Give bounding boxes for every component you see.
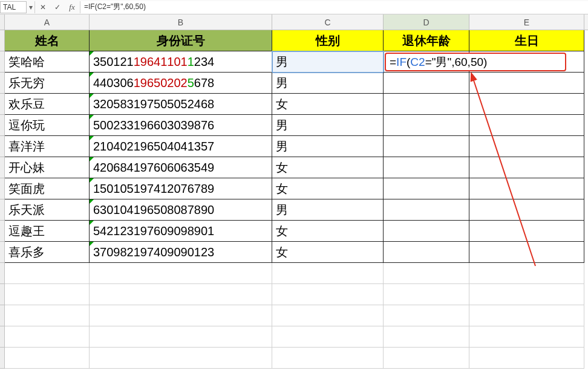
cell[interactable] — [272, 263, 384, 284]
row-header[interactable] — [0, 178, 5, 199]
cell[interactable] — [272, 284, 384, 305]
cell-name[interactable]: 乐天派 — [5, 199, 90, 221]
cell[interactable] — [469, 284, 584, 305]
cell-E1[interactable]: 生日 — [469, 30, 584, 51]
cell[interactable] — [5, 305, 90, 326]
cell[interactable] — [5, 326, 90, 348]
cell-e[interactable] — [469, 94, 584, 115]
cell[interactable] — [384, 348, 469, 369]
cell-id[interactable]: 370982197409090123 — [90, 242, 272, 263]
cell-B2[interactable]: 350121196411011234 — [90, 51, 272, 73]
cell-d[interactable] — [384, 157, 469, 178]
row-header[interactable] — [0, 115, 5, 136]
formula-input[interactable]: =IF(C2="男",60,50) — [80, 1, 588, 13]
cell-sex[interactable]: 男 — [272, 115, 384, 136]
cell-D2[interactable] — [384, 51, 469, 73]
cell[interactable] — [90, 326, 272, 348]
select-all-corner[interactable] — [0, 15, 5, 30]
cell-D3[interactable] — [384, 73, 469, 94]
cell[interactable] — [90, 305, 272, 326]
cell[interactable] — [469, 305, 584, 326]
cell-id[interactable]: 320583197505052468 — [90, 94, 272, 115]
cell[interactable] — [384, 263, 469, 284]
cell-sex[interactable]: 女 — [272, 94, 384, 115]
cell-C1[interactable]: 性别 — [272, 30, 384, 51]
col-header-B[interactable]: B — [90, 15, 272, 30]
row-header[interactable] — [0, 136, 5, 157]
cell-E2[interactable] — [469, 51, 584, 73]
cell-id[interactable]: 150105197412076789 — [90, 178, 272, 199]
cell-sex[interactable]: 男 — [272, 199, 384, 221]
row-header[interactable] — [0, 94, 5, 115]
row-header[interactable] — [0, 348, 5, 369]
cell-d[interactable] — [384, 178, 469, 199]
cell-id[interactable]: 630104196508087890 — [90, 199, 272, 221]
cancel-button[interactable]: ✕ — [38, 2, 48, 13]
col-header-D[interactable]: D — [384, 15, 469, 30]
col-header-C[interactable]: C — [272, 15, 384, 30]
cell[interactable] — [272, 305, 384, 326]
accept-button[interactable]: ✓ — [52, 2, 63, 13]
cell[interactable] — [90, 284, 272, 305]
cell-E3[interactable] — [469, 73, 584, 94]
cell-name[interactable]: 喜洋洋 — [5, 136, 90, 157]
cell[interactable] — [90, 348, 272, 369]
cell-name[interactable]: 开心妹 — [5, 157, 90, 178]
cell-B3[interactable]: 440306196502025678 — [90, 73, 272, 94]
cell-name[interactable]: 逗趣王 — [5, 221, 90, 242]
cell-id[interactable]: 210402196504041357 — [90, 136, 272, 157]
cell[interactable] — [272, 348, 384, 369]
fx-button[interactable]: fx — [67, 2, 77, 13]
cell-d[interactable] — [384, 136, 469, 157]
col-header-A[interactable]: A — [5, 15, 90, 30]
cell[interactable] — [384, 326, 469, 348]
cell-e[interactable] — [469, 157, 584, 178]
cell-name[interactable]: 笑面虎 — [5, 178, 90, 199]
cell-B1[interactable]: 身份证号 — [90, 30, 272, 51]
row-header[interactable] — [0, 263, 5, 284]
cell-name[interactable]: 喜乐多 — [5, 242, 90, 263]
cell-A2[interactable]: 笑哈哈 — [5, 51, 90, 73]
cell-name[interactable]: 欢乐豆 — [5, 94, 90, 115]
cell-d[interactable] — [384, 94, 469, 115]
row-header[interactable] — [0, 242, 5, 263]
cell-e[interactable] — [469, 178, 584, 199]
cell[interactable] — [5, 348, 90, 369]
cell-C3[interactable]: 男 — [272, 73, 384, 94]
cell[interactable] — [469, 348, 584, 369]
cell[interactable] — [5, 284, 90, 305]
cell[interactable] — [90, 263, 272, 284]
row-header[interactable] — [0, 30, 5, 51]
cell-D1[interactable]: 退休年龄 — [384, 30, 469, 51]
cell[interactable] — [384, 305, 469, 326]
row-header[interactable] — [0, 284, 5, 305]
cell-sex[interactable]: 女 — [272, 178, 384, 199]
cell-e[interactable] — [469, 199, 584, 221]
cell-sex[interactable]: 女 — [272, 157, 384, 178]
cell-id[interactable]: 420684197606063549 — [90, 157, 272, 178]
cell-e[interactable] — [469, 115, 584, 136]
cell-sex[interactable]: 男 — [272, 136, 384, 157]
cell[interactable] — [384, 284, 469, 305]
cell[interactable] — [272, 326, 384, 348]
cell-e[interactable] — [469, 242, 584, 263]
col-header-E[interactable]: E — [469, 15, 584, 30]
cell-d[interactable] — [384, 221, 469, 242]
cell-sex[interactable]: 女 — [272, 242, 384, 263]
cell-name[interactable]: 逗你玩 — [5, 115, 90, 136]
cell-A1[interactable]: 姓名 — [5, 30, 90, 51]
row-header[interactable] — [0, 157, 5, 178]
cell-sex[interactable]: 女 — [272, 221, 384, 242]
cell-id[interactable]: 500233196603039876 — [90, 115, 272, 136]
cell[interactable] — [469, 263, 584, 284]
row-header[interactable] — [0, 199, 5, 221]
row-header[interactable] — [0, 51, 5, 73]
cell[interactable] — [469, 326, 584, 348]
cell-C2[interactable]: 男 — [272, 51, 384, 73]
row-header[interactable] — [0, 221, 5, 242]
row-header[interactable] — [0, 326, 5, 348]
row-header[interactable] — [0, 305, 5, 326]
cell-e[interactable] — [469, 221, 584, 242]
cell-e[interactable] — [469, 136, 584, 157]
cell-A3[interactable]: 乐无穷 — [5, 73, 90, 94]
